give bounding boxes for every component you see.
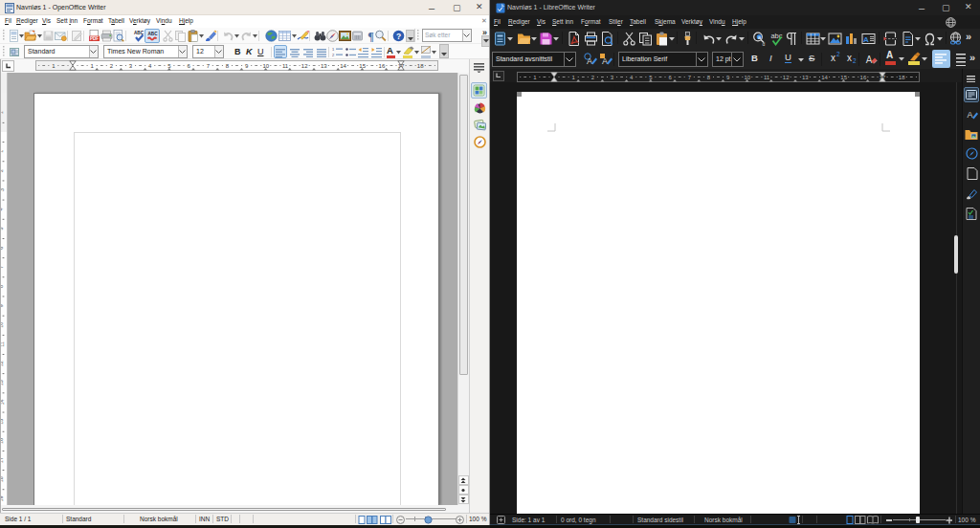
svg-text:A: A bbox=[602, 56, 608, 66]
svg-text:13: 13 bbox=[802, 75, 809, 80]
svg-text:14: 14 bbox=[821, 75, 828, 80]
svg-text:13: 13 bbox=[321, 63, 327, 69]
svg-text:18: 18 bbox=[417, 63, 424, 69]
svg-text:?: ? bbox=[396, 32, 401, 41]
svg-text:2: 2 bbox=[332, 53, 335, 57]
svg-text:15: 15 bbox=[840, 75, 847, 80]
svg-text:11: 11 bbox=[282, 63, 289, 69]
svg-text:PDF: PDF bbox=[90, 36, 99, 41]
svg-text:d: d bbox=[763, 41, 766, 47]
svg-text:A: A bbox=[967, 110, 972, 120]
svg-text:¶: ¶ bbox=[368, 30, 373, 42]
svg-text:12: 12 bbox=[783, 75, 790, 80]
svg-text:15: 15 bbox=[359, 63, 366, 69]
svg-text:1: 1 bbox=[332, 47, 335, 52]
svg-text:ABC: ABC bbox=[148, 32, 159, 36]
svg-text:10: 10 bbox=[744, 75, 750, 80]
svg-text:11: 11 bbox=[764, 75, 770, 80]
svg-text:16: 16 bbox=[379, 63, 386, 69]
svg-text:18: 18 bbox=[899, 75, 905, 80]
svg-text:12: 12 bbox=[301, 63, 308, 69]
svg-text:10: 10 bbox=[262, 63, 269, 69]
svg-text:A: A bbox=[863, 35, 869, 44]
svg-text:16: 16 bbox=[860, 75, 867, 80]
svg-text:14: 14 bbox=[340, 63, 346, 69]
svg-text:A: A bbox=[866, 55, 873, 65]
svg-text:A: A bbox=[587, 56, 592, 66]
